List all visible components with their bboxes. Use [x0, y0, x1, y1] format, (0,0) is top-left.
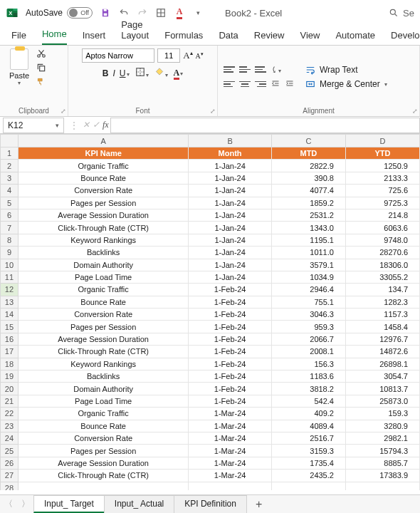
cell[interactable]: 1-Jan-24	[189, 160, 272, 172]
cell[interactable]: Conversion Rate	[18, 185, 188, 197]
cell[interactable]: 2516.7	[271, 432, 345, 444]
grow-font-icon[interactable]: A▴	[183, 50, 192, 61]
cell[interactable]: 2946.4	[271, 284, 345, 296]
cell[interactable]: Click-Through Rate (CTR)	[18, 346, 188, 358]
cell[interactable]: 9748.0	[345, 234, 419, 246]
cell[interactable]: Backlinks	[18, 247, 188, 259]
align-top-icon[interactable]	[224, 65, 235, 75]
cell[interactable]: 1034.9	[271, 271, 345, 283]
cell[interactable]: 542.4	[271, 395, 345, 407]
cell[interactable]: 1-Mar-24	[189, 457, 272, 469]
row-header[interactable]: 28	[1, 482, 19, 490]
cell[interactable]: Conversion Rate	[18, 309, 188, 321]
cell[interactable]: 409.2	[271, 408, 345, 420]
cell[interactable]: 1343.0	[271, 222, 345, 234]
cell[interactable]: 1-Feb-24	[189, 309, 272, 321]
cell[interactable]: Month	[189, 147, 272, 160]
cell[interactable]: 1282.3	[345, 296, 419, 308]
row-header[interactable]: 1	[1, 147, 19, 160]
shrink-font-icon[interactable]: A▾	[196, 51, 204, 60]
select-all-corner[interactable]	[1, 135, 19, 147]
cell[interactable]: Average Session Duration	[18, 457, 188, 469]
cell[interactable]	[271, 482, 345, 490]
align-bottom-icon[interactable]	[255, 65, 266, 75]
align-center-icon[interactable]	[239, 79, 251, 89]
cell[interactable]: 3579.1	[271, 259, 345, 271]
cell[interactable]: Bounce Rate	[18, 420, 188, 432]
format-painter-icon[interactable]	[36, 77, 47, 87]
row-header[interactable]: 10	[1, 259, 19, 271]
cell[interactable]: Pages per Session	[18, 445, 188, 457]
cell[interactable]: Domain Authority	[18, 259, 188, 271]
cell[interactable]: 959.3	[271, 321, 345, 333]
fx-icon[interactable]: fx	[101, 120, 110, 130]
row-header[interactable]: 4	[1, 185, 19, 197]
tab-review[interactable]: Review	[254, 30, 285, 45]
cell[interactable]: 1735.4	[271, 457, 345, 469]
tab-formulas[interactable]: Formulas	[164, 30, 203, 45]
font-size-input[interactable]	[157, 48, 180, 63]
cell[interactable]: 2435.2	[271, 470, 345, 482]
cell[interactable]: 12976.7	[345, 333, 419, 345]
save-icon[interactable]	[100, 7, 111, 19]
cell[interactable]: 1-Mar-24	[189, 445, 272, 457]
cell[interactable]: 1183.6	[271, 370, 345, 383]
enter-icon[interactable]: ✓	[91, 120, 101, 130]
cell[interactable]: 1-Mar-24	[189, 432, 272, 444]
cell[interactable]: Average Session Duration	[18, 209, 188, 221]
cell[interactable]: 159.3	[345, 408, 419, 420]
row-header[interactable]: 17	[1, 346, 19, 358]
cell[interactable]: Conversion Rate	[18, 432, 188, 444]
paste-button[interactable]: Paste ▾	[6, 48, 33, 86]
orientation-icon[interactable]: ⤹▾	[271, 65, 281, 75]
italic-button[interactable]: I	[112, 68, 115, 78]
cell[interactable]: 1-Feb-24	[189, 346, 272, 358]
cell[interactable]: Keyword Rankings	[18, 234, 188, 246]
row-header[interactable]: 23	[1, 420, 19, 432]
row-header[interactable]: 5	[1, 197, 19, 209]
align-right-icon[interactable]	[255, 79, 266, 89]
border-icon[interactable]: ▾	[135, 67, 149, 79]
sheet-nav-prev[interactable]: 〈	[0, 498, 17, 510]
cell[interactable]: 1-Feb-24	[189, 395, 272, 407]
font-color-icon[interactable]: A	[174, 7, 185, 19]
sheet-tab[interactable]: Input_ Target	[33, 495, 105, 513]
cell[interactable]: 1-Jan-24	[189, 271, 272, 283]
cell[interactable]: Pages per Session	[18, 197, 188, 209]
cell[interactable]: 1-Mar-24	[189, 470, 272, 482]
cell[interactable]: 2982.1	[345, 432, 419, 444]
row-header[interactable]: 24	[1, 432, 19, 444]
cell[interactable]: 9725.3	[345, 197, 419, 209]
bold-button[interactable]: B	[103, 68, 109, 78]
sheet-tab[interactable]: KPI Definition	[174, 495, 247, 513]
cell[interactable]: Average Session Duration	[18, 333, 188, 345]
wrap-text-button[interactable]: Wrap Text	[305, 65, 387, 75]
row-header[interactable]: 9	[1, 247, 19, 259]
font-name-input[interactable]	[82, 48, 154, 63]
row-header[interactable]: 16	[1, 333, 19, 345]
cell[interactable]	[18, 482, 188, 490]
cell[interactable]: 1011.0	[271, 247, 345, 259]
sheet-tab[interactable]: Input_ Actual	[104, 495, 174, 513]
cell[interactable]: 3046.3	[271, 309, 345, 321]
cell[interactable]: 1-Jan-24	[189, 185, 272, 197]
font-color-button[interactable]: A▾	[174, 68, 184, 78]
qat-dropdown-icon[interactable]: ▾	[192, 7, 204, 19]
cell[interactable]: 2066.7	[271, 333, 345, 345]
cell[interactable]: 1157.3	[345, 309, 419, 321]
tab-automate[interactable]: Automate	[335, 30, 375, 45]
cell[interactable]: 1195.1	[271, 234, 345, 246]
row-header[interactable]: 27	[1, 470, 19, 482]
cell[interactable]: 725.6	[345, 185, 419, 197]
cell[interactable]: 1-Jan-24	[189, 259, 272, 271]
cell[interactable]: Organic Traffic	[18, 160, 188, 172]
cell[interactable]: 214.8	[345, 209, 419, 221]
undo-icon[interactable]	[118, 7, 130, 19]
tab-file[interactable]: File	[11, 30, 26, 45]
row-header[interactable]: 3	[1, 172, 19, 184]
cell[interactable]: MTD	[271, 147, 345, 160]
align-middle-icon[interactable]	[239, 65, 251, 75]
col-header-B[interactable]: B	[189, 135, 272, 147]
cell[interactable]: 1-Jan-24	[189, 234, 272, 246]
spreadsheet-grid[interactable]: ABCD1KPI NameMonthMTDYTD2Organic Traffic…	[0, 134, 420, 490]
